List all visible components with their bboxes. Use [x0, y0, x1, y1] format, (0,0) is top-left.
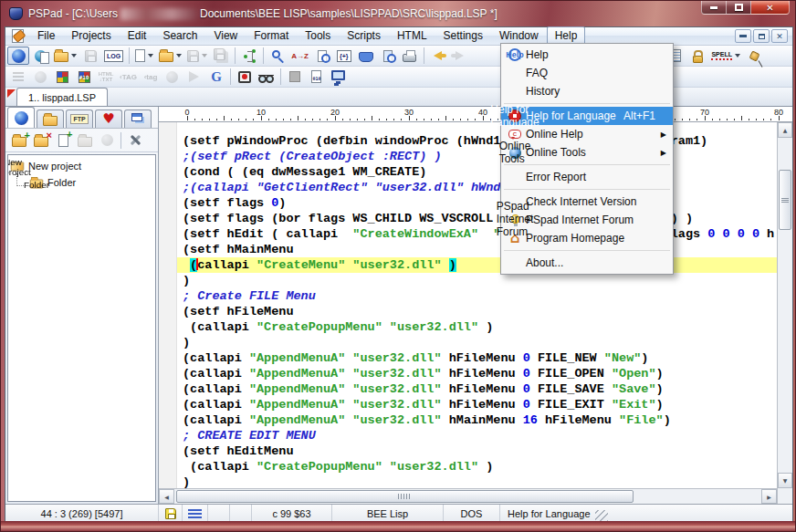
maximize-button[interactable]	[727, 1, 751, 15]
hex-editor-button[interactable]: 010	[306, 68, 328, 86]
column-block-button[interactable]	[284, 68, 306, 86]
menu-settings[interactable]: Settings	[435, 26, 491, 46]
pspad-window: PSPad - [C:\UsersDocuments\BEE LISP\samp…	[0, 0, 796, 532]
project-add-file-button[interactable]	[52, 131, 74, 150]
log-icon: {+}	[337, 50, 351, 62]
record-macro-button[interactable]	[234, 68, 256, 86]
spell-check-button[interactable]: SPELL	[708, 47, 743, 65]
menu-search[interactable]: Search	[154, 26, 205, 46]
menu-html[interactable]: HTML	[389, 26, 435, 46]
open-project-button[interactable]	[51, 47, 79, 65]
menu-projects[interactable]: Projects	[63, 26, 119, 46]
dropdown-arrow-icon[interactable]	[735, 54, 740, 57]
vertical-scroll-thumb[interactable]	[779, 170, 791, 230]
menu-item-shortcut: Alt+F1	[623, 110, 668, 122]
scroll-left-button[interactable]: ◀	[159, 489, 174, 504]
mdi-close-button[interactable]: ✕	[771, 29, 788, 43]
editor-bottom: ◀ ▶	[159, 488, 792, 504]
document-tab-lisppad[interactable]: 1.. lisppad.LSP	[16, 88, 108, 106]
scroll-up-button[interactable]: ▲	[778, 122, 792, 138]
help-menu-item-history[interactable]: History	[501, 82, 673, 100]
window-frame-bottom	[1, 521, 795, 531]
help-menu-item-error-report[interactable]: Error Report	[501, 168, 673, 186]
google-search-button[interactable]: G	[205, 68, 227, 86]
search-button[interactable]	[267, 47, 288, 65]
color-code-button[interactable]: #10	[73, 68, 95, 86]
dropdown-arrow-icon[interactable]	[148, 54, 153, 57]
menu-item-label: Program Homepage	[526, 232, 624, 245]
vertical-scrollbar[interactable]: ▲ ▼	[777, 122, 792, 488]
menu-view[interactable]: View	[205, 26, 246, 46]
code-line: (setf hFileMenu	[177, 304, 777, 319]
ruler-tick	[453, 119, 454, 120]
panel-tab-files[interactable]	[37, 110, 64, 128]
menu-tools[interactable]: Tools	[297, 26, 339, 46]
tree-item-folder[interactable]: FolderFolder	[10, 174, 153, 191]
horizontal-scroll-track[interactable]	[634, 489, 761, 504]
help-contents-button[interactable]	[355, 47, 377, 65]
help-menu-item-help-for-language[interactable]: Help for LanguageHelp for LanguageAlt+F1	[501, 107, 673, 125]
open-file-button[interactable]	[156, 47, 184, 65]
menu-scripts[interactable]: Scripts	[339, 26, 389, 46]
scroll-down-button[interactable]: ▼	[778, 473, 792, 488]
mdi-restore-button[interactable]	[753, 29, 770, 43]
matching-bracket-button[interactable]: {+}	[333, 47, 355, 65]
tagtxt-icon: ‹tag	[144, 73, 158, 81]
help-menu-item-pspad-internet-forum[interactable]: PSpad Internet ForumPSpad Internet Forum	[501, 211, 673, 229]
ruler-tick	[350, 119, 351, 120]
tree-item-new-project[interactable]: New projectNew project	[10, 158, 153, 174]
new-project-button[interactable]	[7, 47, 29, 65]
code-area[interactable]: (setf pWindowProc (defbin windowProc (hW…	[177, 122, 777, 488]
search-in-files-button[interactable]	[311, 47, 333, 65]
menu-format[interactable]: Format	[246, 26, 297, 46]
secondary-toolbar-items: #10HTML ↓TXT‹TAG‹tagG010	[7, 68, 350, 86]
close-button[interactable]: ✕	[751, 1, 790, 15]
document-menu-icon[interactable]	[12, 29, 24, 43]
dropdown-arrow-icon[interactable]	[176, 54, 182, 57]
undo-button[interactable]	[427, 47, 449, 65]
project-to-html-button[interactable]	[29, 47, 51, 65]
color-select-button[interactable]	[51, 68, 73, 86]
minimize-button[interactable]	[701, 1, 727, 15]
print-preview-button[interactable]	[377, 47, 399, 65]
magpage-icon	[318, 50, 327, 62]
panel-tab-ftp[interactable]: FTP	[66, 110, 93, 128]
panel-tab-favorites[interactable]: ♥	[95, 110, 122, 128]
help-menu-item-help[interactable]: HelpHelp	[501, 46, 673, 64]
mdi-minimize-button[interactable]	[735, 29, 751, 43]
status-cursor-position: 44 : 3 (269) [5497]	[5, 505, 159, 523]
foldergray-icon	[78, 137, 92, 147]
help-menu-popup: HelpHelpFAQHistoryHelp for LanguageHelp …	[500, 43, 674, 275]
vertical-scroll-track[interactable]	[778, 138, 792, 473]
help-menu-item-faq[interactable]: FAQ	[501, 64, 673, 82]
full-screen-button[interactable]	[328, 68, 350, 86]
project-remove-folder-button[interactable]	[30, 131, 52, 150]
ruler-tick	[290, 119, 291, 120]
pageplus-icon	[58, 134, 68, 147]
help-menu-item-online-tools[interactable]: Online ToolsOnline Tools▶	[501, 143, 673, 162]
new-file-button[interactable]	[132, 47, 156, 65]
project-settings-button[interactable]	[124, 131, 146, 150]
stay-on-top-button[interactable]	[743, 47, 765, 65]
menu-edit[interactable]: Edit	[120, 26, 155, 46]
print-button[interactable]	[399, 47, 421, 65]
menu-file[interactable]: File	[29, 26, 63, 46]
panel-tab-windows[interactable]	[124, 110, 152, 128]
send-file-button	[183, 68, 205, 86]
ruler-tick	[305, 119, 306, 120]
project-add-folder-button[interactable]	[8, 131, 30, 150]
scroll-right-button[interactable]: ▶	[761, 489, 777, 504]
horizontal-scrollbar[interactable]: ◀ ▶	[159, 488, 777, 504]
log-window-button[interactable]: LOG	[101, 47, 126, 65]
search-replace-button[interactable]: A→Z	[288, 47, 311, 65]
dropdown-arrow-icon[interactable]	[71, 54, 77, 57]
panel-tab-project[interactable]	[7, 107, 35, 128]
code-explorer-button[interactable]	[238, 47, 260, 65]
lock-file-button[interactable]	[686, 47, 708, 65]
help-menu-item-about[interactable]: About...	[501, 254, 673, 272]
dropdown-arrow-icon[interactable]	[202, 54, 207, 57]
record-icon	[238, 71, 251, 83]
horizontal-scroll-thumb[interactable]	[176, 490, 634, 503]
show-special-chars-button[interactable]	[256, 68, 278, 86]
editor-body: (setf pWindowProc (defbin windowProc (hW…	[159, 122, 792, 488]
